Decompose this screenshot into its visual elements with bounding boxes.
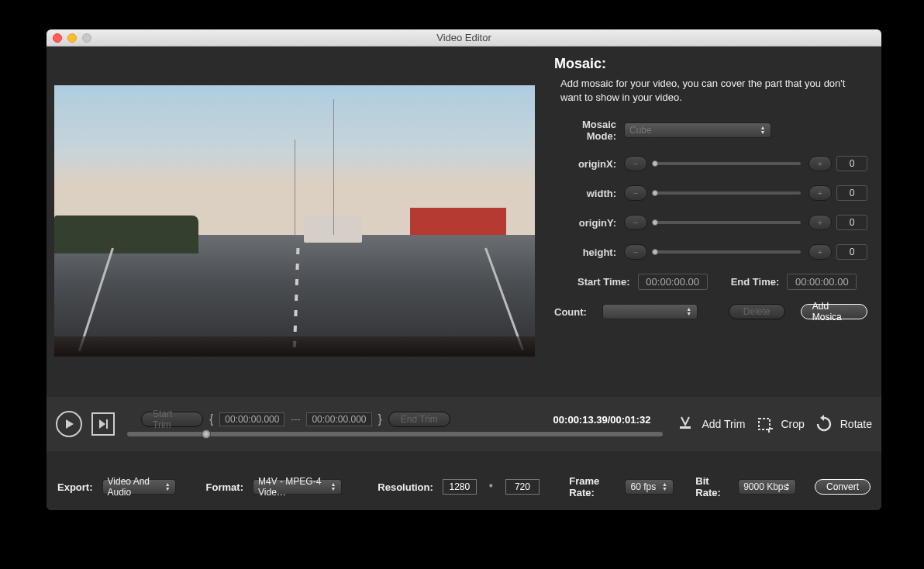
slider-knob-icon[interactable] — [652, 160, 658, 167]
bitrate-value: 9000 Kbps — [743, 481, 788, 492]
add-mosaic-button[interactable]: Add Mosica — [801, 304, 867, 319]
svg-marker-1 — [99, 419, 105, 429]
width-slider[interactable] — [655, 191, 801, 195]
width-value[interactable]: 0 — [836, 185, 867, 201]
resolution-width-field[interactable] — [443, 479, 477, 495]
trim-end-timecode[interactable]: 00:00:00.000 — [306, 412, 371, 426]
add-trim-icon — [675, 414, 695, 434]
play-button[interactable] — [56, 411, 82, 437]
originx-value[interactable]: 0 — [836, 156, 867, 171]
mosaic-description: Add mosaic for your video, you can cover… — [554, 77, 867, 105]
step-forward-button[interactable] — [91, 412, 115, 436]
format-value: M4V - MPEG-4 Vide… — [258, 476, 336, 498]
export-label: Export: — [57, 481, 93, 493]
mosaic-mode-label: Mosaic Mode: — [554, 119, 624, 142]
format-label: Format: — [206, 481, 243, 493]
progress-knob-icon[interactable] — [202, 429, 211, 439]
rotate-button[interactable]: Rotate — [814, 414, 872, 434]
start-trim-button[interactable]: Start Trim — [141, 412, 203, 427]
svg-marker-0 — [66, 419, 74, 429]
crop-label: Crop — [781, 418, 804, 430]
originx-label: originX: — [554, 158, 624, 170]
svg-rect-2 — [106, 419, 108, 429]
chevron-updown-icon: ▲▼ — [758, 123, 767, 137]
end-time-label: End Time: — [731, 276, 780, 288]
multiply-icon: * — [486, 481, 496, 493]
mosaic-heading: Mosaic: — [554, 56, 867, 72]
framerate-label: Frame Rate: — [569, 475, 615, 498]
add-trim-button[interactable]: Add Trim — [675, 414, 745, 434]
svg-rect-4 — [759, 419, 770, 429]
format-select[interactable]: M4V - MPEG-4 Vide… ▲▼ — [253, 479, 342, 495]
originx-decrement-button[interactable]: − — [624, 156, 647, 171]
start-time-label: Start Time: — [578, 276, 630, 288]
video-preview — [54, 85, 535, 357]
framerate-select[interactable]: 60 fps ▲▼ — [625, 479, 673, 495]
start-time-field[interactable]: 00:00:00.00 — [638, 274, 708, 290]
resolution-height-field[interactable] — [505, 479, 540, 495]
playback-progress-slider[interactable] — [127, 432, 663, 436]
originx-increment-button[interactable]: + — [808, 156, 832, 171]
titlebar: Video Editor — [47, 29, 881, 47]
originy-increment-button[interactable]: + — [808, 215, 832, 230]
count-select[interactable]: ▲▼ — [602, 304, 698, 319]
slider-knob-icon[interactable] — [652, 219, 658, 226]
video-frame-image — [54, 85, 535, 357]
slider-knob-icon[interactable] — [652, 190, 658, 196]
trim-start-timecode[interactable]: 00:00:00.000 — [219, 412, 284, 426]
height-slider[interactable] — [655, 250, 801, 253]
height-decrement-button[interactable]: − — [624, 244, 647, 260]
window-title: Video Editor — [47, 32, 881, 43]
height-value[interactable]: 0 — [836, 244, 867, 260]
mosaic-mode-value: Cube — [629, 125, 652, 136]
playback-bar: Start Trim { 00:00:00.000 --- 00:00:00.0… — [47, 397, 881, 451]
chevron-updown-icon: ▲▼ — [329, 480, 338, 494]
export-select[interactable]: Video And Audio ▲▼ — [102, 479, 177, 495]
originx-slider[interactable] — [655, 162, 801, 165]
slider-knob-icon[interactable] — [652, 249, 658, 255]
bitrate-label: Bit Rate: — [695, 475, 729, 498]
width-decrement-button[interactable]: − — [624, 185, 647, 201]
originy-label: originY: — [554, 217, 624, 229]
mosaic-panel: Mosaic: Add mosaic for your video, you c… — [540, 47, 881, 395]
originy-value[interactable]: 0 — [836, 215, 867, 230]
crop-button[interactable]: Crop — [754, 414, 804, 434]
chevron-updown-icon: ▲▼ — [783, 480, 792, 494]
mosaic-mode-select[interactable]: Cube ▲▼ — [624, 122, 771, 138]
end-trim-button[interactable]: End Trim — [388, 412, 450, 427]
originy-slider[interactable] — [655, 221, 801, 224]
width-increment-button[interactable]: + — [808, 185, 832, 201]
convert-button[interactable]: Convert — [815, 479, 871, 495]
bitrate-select[interactable]: 9000 Kbps ▲▼ — [738, 479, 796, 495]
height-increment-button[interactable]: + — [808, 244, 832, 260]
export-value: Video And Audio — [108, 476, 171, 498]
playback-time-readout: 00:00:13.39/00:01:32 — [553, 414, 651, 426]
framerate-value: 60 fps — [630, 481, 656, 492]
export-bar: Export: Video And Audio ▲▼ Format: M4V -… — [47, 464, 881, 510]
add-trim-label: Add Trim — [702, 418, 745, 430]
delete-mosaic-button[interactable]: Delete — [729, 304, 785, 319]
height-label: height: — [554, 247, 624, 258]
rotate-label: Rotate — [840, 418, 872, 430]
rotate-icon — [814, 414, 834, 434]
width-label: width: — [554, 188, 624, 199]
originy-decrement-button[interactable]: − — [624, 215, 647, 230]
svg-marker-7 — [820, 415, 824, 421]
end-time-field[interactable]: 00:00:00.00 — [787, 274, 857, 290]
crop-icon — [754, 414, 774, 434]
chevron-updown-icon: ▲▼ — [684, 305, 694, 319]
count-label: Count: — [554, 306, 587, 318]
svg-rect-3 — [680, 426, 691, 429]
chevron-updown-icon: ▲▼ — [660, 480, 670, 494]
app-window: Video Editor Mosai — [47, 29, 881, 510]
resolution-label: Resolution: — [378, 481, 433, 493]
chevron-updown-icon: ▲▼ — [163, 480, 172, 494]
